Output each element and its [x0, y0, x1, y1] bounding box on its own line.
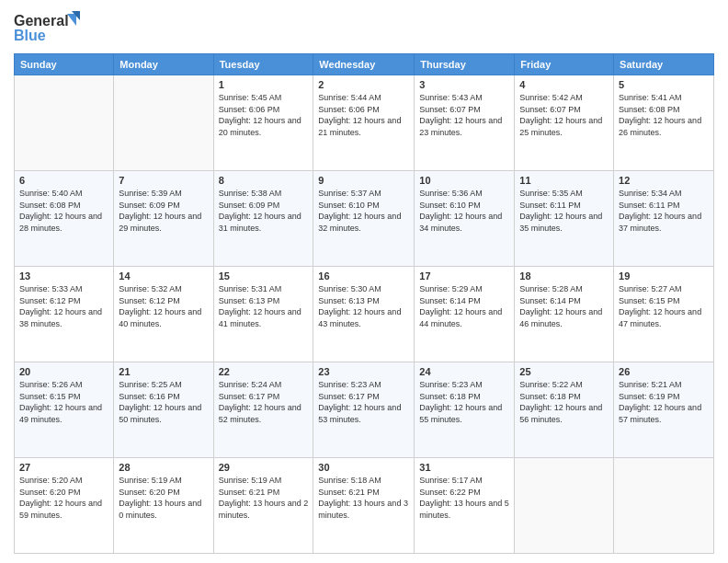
- logo-icon: GeneralBlue: [14, 9, 80, 46]
- day-number: 9: [318, 175, 409, 186]
- day-number: 10: [419, 175, 509, 186]
- day-info: Sunrise: 5:21 AM Sunset: 6:19 PM Dayligh…: [619, 379, 709, 425]
- day-number: 26: [619, 366, 709, 377]
- day-of-week-header: Saturday: [614, 54, 714, 75]
- day-info: Sunrise: 5:31 AM Sunset: 6:13 PM Dayligh…: [219, 283, 309, 329]
- day-info: Sunrise: 5:26 AM Sunset: 6:15 PM Dayligh…: [19, 379, 108, 425]
- calendar-cell: 19Sunrise: 5:27 AM Sunset: 6:15 PM Dayli…: [614, 267, 714, 362]
- day-number: 3: [419, 79, 509, 90]
- calendar-cell: 4Sunrise: 5:42 AM Sunset: 6:07 PM Daylig…: [515, 75, 614, 171]
- day-number: 17: [419, 270, 509, 282]
- calendar-cell: 5Sunrise: 5:41 AM Sunset: 6:08 PM Daylig…: [614, 75, 714, 171]
- day-info: Sunrise: 5:30 AM Sunset: 6:13 PM Dayligh…: [318, 283, 409, 329]
- calendar-cell: 31Sunrise: 5:17 AM Sunset: 6:22 PM Dayli…: [415, 458, 515, 554]
- day-number: 29: [219, 462, 309, 473]
- calendar-cell: 1Sunrise: 5:45 AM Sunset: 6:06 PM Daylig…: [213, 75, 313, 171]
- day-info: Sunrise: 5:22 AM Sunset: 6:18 PM Dayligh…: [519, 379, 609, 425]
- calendar-cell: 26Sunrise: 5:21 AM Sunset: 6:19 PM Dayli…: [614, 362, 714, 458]
- day-info: Sunrise: 5:18 AM Sunset: 6:21 PM Dayligh…: [318, 475, 409, 521]
- calendar-cell: 3Sunrise: 5:43 AM Sunset: 6:07 PM Daylig…: [415, 75, 515, 171]
- day-number: 2: [318, 79, 409, 90]
- day-info: Sunrise: 5:35 AM Sunset: 6:11 PM Dayligh…: [519, 188, 609, 234]
- calendar-table: SundayMondayTuesdayWednesdayThursdayFrid…: [14, 53, 714, 554]
- calendar-cell: [15, 75, 114, 171]
- calendar-cell: 2Sunrise: 5:44 AM Sunset: 6:06 PM Daylig…: [313, 75, 415, 171]
- calendar-cell: 10Sunrise: 5:36 AM Sunset: 6:10 PM Dayli…: [415, 171, 515, 267]
- day-info: Sunrise: 5:44 AM Sunset: 6:06 PM Dayligh…: [318, 92, 409, 138]
- day-number: 30: [318, 462, 409, 473]
- calendar-cell: 15Sunrise: 5:31 AM Sunset: 6:13 PM Dayli…: [213, 267, 313, 362]
- day-number: 8: [219, 175, 309, 186]
- day-info: Sunrise: 5:23 AM Sunset: 6:17 PM Dayligh…: [318, 379, 409, 425]
- day-number: 7: [119, 175, 208, 186]
- calendar-cell: 9Sunrise: 5:37 AM Sunset: 6:10 PM Daylig…: [313, 171, 415, 267]
- day-number: 23: [318, 366, 409, 377]
- logo: GeneralBlue: [14, 9, 80, 46]
- day-info: Sunrise: 5:39 AM Sunset: 6:09 PM Dayligh…: [119, 188, 208, 234]
- day-number: 12: [619, 175, 709, 186]
- day-number: 16: [318, 270, 409, 282]
- day-of-week-header: Sunday: [15, 54, 114, 75]
- day-info: Sunrise: 5:33 AM Sunset: 6:12 PM Dayligh…: [19, 283, 108, 329]
- day-number: 14: [119, 270, 208, 282]
- page: GeneralBlue SundayMondayTuesdayWednesday…: [0, 0, 728, 563]
- day-info: Sunrise: 5:40 AM Sunset: 6:08 PM Dayligh…: [19, 188, 108, 234]
- day-info: Sunrise: 5:34 AM Sunset: 6:11 PM Dayligh…: [619, 188, 709, 234]
- day-number: 4: [519, 79, 609, 90]
- calendar-cell: 23Sunrise: 5:23 AM Sunset: 6:17 PM Dayli…: [313, 362, 415, 458]
- day-of-week-header: Tuesday: [213, 54, 313, 75]
- calendar-cell: 6Sunrise: 5:40 AM Sunset: 6:08 PM Daylig…: [15, 171, 114, 267]
- day-info: Sunrise: 5:28 AM Sunset: 6:14 PM Dayligh…: [519, 283, 609, 329]
- calendar-week-row: 20Sunrise: 5:26 AM Sunset: 6:15 PM Dayli…: [15, 362, 714, 458]
- day-info: Sunrise: 5:41 AM Sunset: 6:08 PM Dayligh…: [619, 92, 709, 138]
- calendar-cell: 24Sunrise: 5:23 AM Sunset: 6:18 PM Dayli…: [415, 362, 515, 458]
- day-info: Sunrise: 5:36 AM Sunset: 6:10 PM Dayligh…: [419, 188, 509, 234]
- calendar-cell: 7Sunrise: 5:39 AM Sunset: 6:09 PM Daylig…: [114, 171, 213, 267]
- calendar-cell: 20Sunrise: 5:26 AM Sunset: 6:15 PM Dayli…: [15, 362, 114, 458]
- day-info: Sunrise: 5:23 AM Sunset: 6:18 PM Dayligh…: [419, 379, 509, 425]
- day-info: Sunrise: 5:38 AM Sunset: 6:09 PM Dayligh…: [219, 188, 309, 234]
- calendar-cell: [614, 458, 714, 554]
- day-of-week-header: Wednesday: [313, 54, 415, 75]
- calendar-cell: 29Sunrise: 5:19 AM Sunset: 6:21 PM Dayli…: [213, 458, 313, 554]
- calendar-cell: 14Sunrise: 5:32 AM Sunset: 6:12 PM Dayli…: [114, 267, 213, 362]
- day-of-week-header: Thursday: [415, 54, 515, 75]
- day-number: 19: [619, 270, 709, 282]
- calendar-cell: [114, 75, 213, 171]
- calendar-cell: 12Sunrise: 5:34 AM Sunset: 6:11 PM Dayli…: [614, 171, 714, 267]
- day-info: Sunrise: 5:29 AM Sunset: 6:14 PM Dayligh…: [419, 283, 509, 329]
- calendar-cell: 8Sunrise: 5:38 AM Sunset: 6:09 PM Daylig…: [213, 171, 313, 267]
- day-info: Sunrise: 5:19 AM Sunset: 6:21 PM Dayligh…: [219, 475, 309, 521]
- day-number: 18: [519, 270, 609, 282]
- day-info: Sunrise: 5:19 AM Sunset: 6:20 PM Dayligh…: [119, 475, 208, 521]
- day-of-week-header: Monday: [114, 54, 213, 75]
- calendar-cell: 21Sunrise: 5:25 AM Sunset: 6:16 PM Dayli…: [114, 362, 213, 458]
- day-info: Sunrise: 5:24 AM Sunset: 6:17 PM Dayligh…: [219, 379, 309, 425]
- day-number: 13: [19, 270, 108, 282]
- calendar-cell: 25Sunrise: 5:22 AM Sunset: 6:18 PM Dayli…: [515, 362, 614, 458]
- day-number: 22: [219, 366, 309, 377]
- calendar-cell: 17Sunrise: 5:29 AM Sunset: 6:14 PM Dayli…: [415, 267, 515, 362]
- day-info: Sunrise: 5:37 AM Sunset: 6:10 PM Dayligh…: [318, 188, 409, 234]
- calendar-cell: 22Sunrise: 5:24 AM Sunset: 6:17 PM Dayli…: [213, 362, 313, 458]
- calendar-cell: 13Sunrise: 5:33 AM Sunset: 6:12 PM Dayli…: [15, 267, 114, 362]
- day-number: 21: [119, 366, 208, 377]
- calendar-week-row: 1Sunrise: 5:45 AM Sunset: 6:06 PM Daylig…: [15, 75, 714, 171]
- calendar-week-row: 27Sunrise: 5:20 AM Sunset: 6:20 PM Dayli…: [15, 458, 714, 554]
- day-info: Sunrise: 5:43 AM Sunset: 6:07 PM Dayligh…: [419, 92, 509, 138]
- day-number: 11: [519, 175, 609, 186]
- day-number: 24: [419, 366, 509, 377]
- day-info: Sunrise: 5:17 AM Sunset: 6:22 PM Dayligh…: [419, 475, 509, 521]
- day-number: 20: [19, 366, 108, 377]
- calendar-week-row: 13Sunrise: 5:33 AM Sunset: 6:12 PM Dayli…: [15, 267, 714, 362]
- calendar-cell: 11Sunrise: 5:35 AM Sunset: 6:11 PM Dayli…: [515, 171, 614, 267]
- day-of-week-header: Friday: [515, 54, 614, 75]
- svg-text:General: General: [14, 13, 69, 29]
- day-number: 31: [419, 462, 509, 473]
- calendar-cell: [515, 458, 614, 554]
- day-info: Sunrise: 5:20 AM Sunset: 6:20 PM Dayligh…: [19, 475, 108, 521]
- day-info: Sunrise: 5:42 AM Sunset: 6:07 PM Dayligh…: [519, 92, 609, 138]
- day-info: Sunrise: 5:32 AM Sunset: 6:12 PM Dayligh…: [119, 283, 208, 329]
- day-number: 6: [19, 175, 108, 186]
- day-number: 28: [119, 462, 208, 473]
